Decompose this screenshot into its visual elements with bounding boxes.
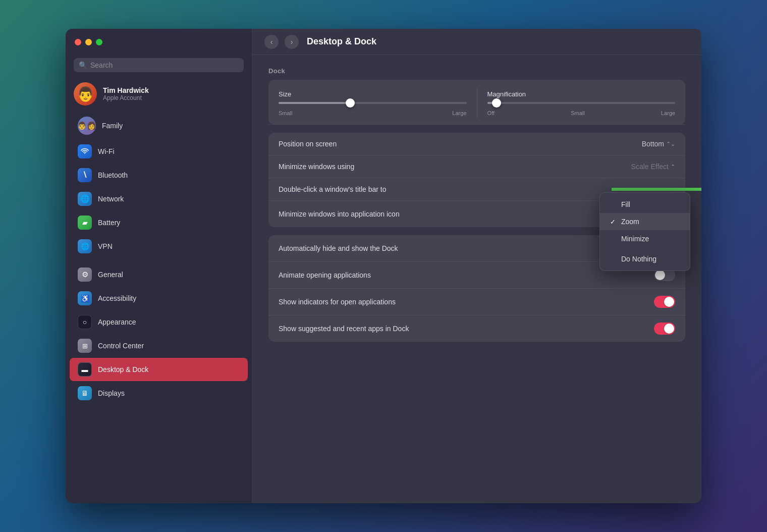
size-small-label: Small [279,110,293,116]
bluetooth-icon: ∖ [78,168,92,182]
sidebar-item-control-center[interactable]: ⊞ Control Center [70,334,248,357]
minimize-row: Minimize windows using Scale Effect ⌃ [268,155,685,178]
network-icon: 🌐 [78,192,92,206]
do-nothing-check [610,255,617,263]
indicators-label: Show indicators for open applications [279,298,396,306]
position-row: Position on screen Bottom ⌃⌄ [268,133,685,155]
sidebar-item-accessibility-label: Accessibility [98,294,136,302]
appearance-icon: ○ [78,315,92,329]
close-button[interactable] [75,39,81,45]
sidebar-item-displays-label: Displays [98,389,125,397]
sidebar-item-battery[interactable]: ▰ Battery [70,211,248,234]
recent-apps-toggle[interactable] [654,323,675,335]
zoom-label: Zoom [621,218,639,226]
search-box[interactable]: 🔍 Search [74,58,244,72]
sidebar-item-desktop-dock[interactable]: ▬ Desktop & Dock [70,358,248,381]
system-preferences-window: 🔍 Search 👨 Tim Hardwick Apple Account 👨‍… [66,29,701,503]
size-large-label: Large [452,110,466,116]
minimize-chevrons: ⌃ [671,164,675,170]
sidebar-item-accessibility[interactable]: ♿ Accessibility [70,287,248,310]
displays-icon: 🖥 [78,386,92,400]
vpn-icon: 🌐 [78,239,92,253]
section-label: Dock [268,67,685,75]
sidebar-item-network[interactable]: 🌐 Network [70,187,248,210]
magnification-label: Magnification [487,90,676,98]
arrow-line [612,188,701,191]
mag-small-label: Small [571,110,585,116]
user-profile[interactable]: 👨 Tim Hardwick Apple Account [66,79,252,112]
sidebar-item-appearance-label: Appearance [98,318,136,326]
sidebar-item-displays[interactable]: 🖥 Displays [70,382,248,405]
slider-row: Size Small Large [279,88,675,118]
sidebar-item-bluetooth-label: Bluetooth [98,171,128,179]
minimize-value: Scale Effect [631,163,669,171]
recent-apps-toggle-thumb [664,324,674,334]
main-panel: ‹ › Desktop & Dock Dock Size [252,29,701,503]
search-placeholder: Search [90,61,113,69]
size-slider-range: Small Large [279,110,467,116]
sidebar-item-network-label: Network [98,195,124,203]
sidebar-item-wifi-label: Wi-Fi [98,147,115,155]
sidebar-item-general[interactable]: ⚙ General [70,263,248,286]
mag-off-label: Off [487,110,495,116]
sidebar-item-vpn-label: VPN [98,242,113,250]
main-content: Dock Size Small [252,55,701,503]
page-title: Desktop & Dock [307,36,376,47]
mag-slider-thumb[interactable] [492,98,501,108]
sidebar: 🔍 Search 👨 Tim Hardwick Apple Account 👨‍… [66,29,252,503]
avatar: 👨 [74,82,97,105]
size-label: Size [279,90,467,98]
sidebar-item-vpn[interactable]: 🌐 VPN [70,235,248,258]
mag-slider-track[interactable] [487,102,676,104]
user-sub: Apple Account [103,94,149,101]
sliders-card: Size Small Large [268,80,685,125]
nav-forward-button[interactable]: › [285,35,299,49]
double-click-label: Double-click a window's title bar to [279,185,387,193]
sidebar-item-wifi[interactable]: Wi-Fi [70,140,248,163]
titlebar [66,29,252,55]
maximize-button[interactable] [96,39,102,45]
sidebar-item-control-center-label: Control Center [98,342,144,350]
control-center-icon: ⊞ [78,339,92,353]
indicators-row: Show indicators for open applications [268,289,685,315]
battery-icon: ▰ [78,216,92,230]
auto-hide-label: Automatically hide and show the Dock [279,244,398,252]
family-avatar: 👨‍👩 [78,117,96,135]
sidebar-item-general-label: General [98,271,123,279]
dropdown-item-minimize[interactable]: Minimize [600,230,690,247]
minimize-icon-label: Minimize windows into application icon [279,210,400,218]
mag-slider-range: Off Small Large [487,110,676,116]
sidebar-item-bluetooth[interactable]: ∖ Bluetooth [70,164,248,187]
indicators-toggle[interactable] [654,296,675,308]
double-click-dropdown-menu: Fill ✓ Zoom Minimize [599,192,690,271]
accessibility-icon: ♿ [78,291,92,305]
minimize-label: Minimize windows using [279,163,354,171]
position-dropdown[interactable]: Bottom ⌃⌄ [642,140,675,148]
sidebar-item-desktop-dock-label: Desktop & Dock [98,365,148,374]
dropdown-item-fill[interactable]: Fill [600,196,690,213]
general-icon: ⚙ [78,268,92,282]
position-label: Position on screen [279,140,337,148]
sidebar-scroll: 👨 Tim Hardwick Apple Account 👨‍👩 Family [66,79,252,503]
dropdown-item-do-nothing[interactable]: Do Nothing [600,250,690,268]
sidebar-item-family-label: Family [102,122,123,130]
sidebar-item-family[interactable]: 👨‍👩 Family [70,112,248,139]
fill-check [610,201,617,208]
indicators-toggle-thumb [664,297,674,307]
dropdown-item-zoom[interactable]: ✓ Zoom [600,213,690,230]
desktop-dock-icon: ▬ [78,362,92,377]
nav-back-button[interactable]: ‹ [264,35,279,49]
slider-section: Size Small Large [268,80,685,125]
settings-card: Position on screen Bottom ⌃⌄ Minimize wi… [268,133,685,227]
size-slider-track[interactable] [279,102,467,104]
wifi-icon [78,144,92,158]
animate-toggle-thumb [655,270,665,280]
double-click-row: Double-click a window's title bar to Fil… [268,178,685,201]
user-name: Tim Hardwick [103,86,149,94]
sidebar-item-appearance[interactable]: ○ Appearance [70,310,248,334]
minimize-dropdown[interactable]: Scale Effect ⌃ [631,163,675,171]
zoom-check: ✓ [610,218,617,226]
minimize-button[interactable] [85,39,92,45]
minimize-check [610,235,617,243]
size-slider-thumb[interactable] [346,98,355,108]
